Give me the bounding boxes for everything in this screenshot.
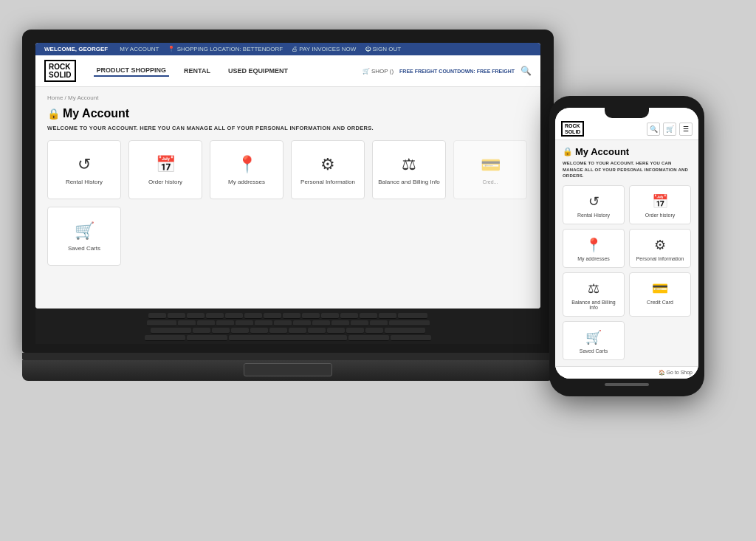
- key: [148, 313, 166, 319]
- sign-out-link[interactable]: ⏻ SIGN OUT: [365, 46, 401, 52]
- phone-tile-personal-info[interactable]: ⚙ Personal Information: [629, 229, 691, 268]
- order-history-icon: 📅: [156, 155, 176, 174]
- phone-tile-saved-carts[interactable]: 🛒 Saved Carts: [563, 321, 625, 360]
- saved-carts-icon: 🛒: [75, 221, 94, 241]
- cart-link[interactable]: 🛒 SHOP (): [362, 68, 394, 75]
- key: [365, 328, 383, 334]
- tile-personal-info[interactable]: ⚙ Personal Information: [291, 140, 365, 199]
- phone-go-to-shop-link[interactable]: 🏠 Go to Shop: [659, 370, 693, 375]
- nav-right: 🛒 SHOP () FREE FREIGHT COUNTDOWN: FREE F…: [362, 66, 532, 76]
- laptop-hinge: [22, 353, 554, 360]
- shopping-location-link: 📍 SHOPPING LOCATION: BETTENDORF: [168, 46, 283, 52]
- key: [302, 313, 320, 319]
- phone-bezel: ROCK SOLID 🔍 🛒 ☰ 🔒 My Account WE: [549, 96, 704, 396]
- key: [379, 313, 396, 319]
- nav-rental[interactable]: RENTAL: [181, 66, 213, 76]
- key: [308, 328, 326, 334]
- tile-saved-carts[interactable]: 🛒 Saved Carts: [47, 207, 121, 266]
- pay-invoices-link[interactable]: 🖨 PAY INVOICES NOW: [292, 46, 356, 52]
- key: [385, 328, 425, 334]
- phone-account-grid: ↺ Rental History 📅 Order history 📍 My ad…: [563, 185, 691, 360]
- phone-search-icon[interactable]: 🔍: [647, 123, 660, 136]
- laptop-screen: WELCOME, GEORGEF MY ACCOUNT 📍 SHOPPING L…: [35, 43, 540, 309]
- tile-credit-card[interactable]: 💳 Cred...: [453, 140, 527, 199]
- phone-content: 🔒 My Account WELCOME TO YOUR ACCOUNT. HE…: [555, 140, 698, 365]
- phone-tile-rental-history[interactable]: ↺ Rental History: [563, 185, 625, 224]
- key: [229, 335, 347, 341]
- nav-product-shopping[interactable]: PRODUCT SHOPPING: [94, 65, 170, 77]
- phone-logo: ROCK SOLID: [561, 121, 584, 137]
- tile-balance-billing[interactable]: ⚖ Balance and Billing Info: [372, 140, 446, 199]
- phone-rental-history-icon: ↺: [588, 193, 599, 210]
- phone-tile-saved-carts-label: Saved Carts: [580, 348, 608, 354]
- phone-credit-card-icon: 💳: [652, 280, 668, 297]
- nav-used-equipment[interactable]: USED EQUIPMENT: [225, 66, 291, 76]
- laptop-base: [22, 360, 554, 381]
- phone-tile-rental-history-label: Rental History: [577, 213, 610, 218]
- laptop-site-content: Home / My Account 🔒 My Account WELCOME T…: [35, 87, 540, 309]
- lock-icon: 🔒: [47, 108, 60, 120]
- phone-cart-icon[interactable]: 🛒: [663, 123, 676, 136]
- key: [327, 328, 345, 334]
- key: [244, 313, 262, 319]
- key: [360, 313, 377, 319]
- tile-saved-carts-label: Saved Carts: [68, 245, 100, 252]
- key: [321, 313, 339, 319]
- site-nav: ROCK SOLID PRODUCT SHOPPING RENTAL USED …: [35, 55, 540, 87]
- phone-menu-icon[interactable]: ☰: [679, 123, 693, 136]
- key: [348, 335, 389, 341]
- phone-balance-billing-icon: ⚖: [588, 280, 599, 297]
- phone-nav-icons: 🔍 🛒 ☰: [647, 123, 693, 136]
- laptop-device: WELCOME, GEORGEF MY ACCOUNT 📍 SHOPPING L…: [22, 30, 554, 381]
- phone-tile-my-addresses[interactable]: 📍 My addresses: [563, 229, 625, 268]
- key: [370, 320, 388, 326]
- page-title: 🔒 My Account: [47, 107, 529, 120]
- phone-tile-credit-card-label: Credit Card: [647, 300, 673, 305]
- laptop-trackpad[interactable]: [244, 363, 332, 376]
- account-tiles-row2: 🛒 Saved Carts: [47, 207, 529, 266]
- phone-footer: 🏠 Go to Shop: [555, 366, 698, 379]
- tile-my-addresses-label: My addresses: [228, 179, 265, 185]
- tile-order-history-label: Order history: [148, 179, 182, 185]
- key: [346, 328, 364, 334]
- key: [264, 313, 281, 319]
- phone-device: ROCK SOLID 🔍 🛒 ☰ 🔒 My Account WE: [549, 96, 704, 396]
- key: [197, 320, 215, 326]
- key: [178, 320, 196, 326]
- tile-rental-history-label: Rental History: [66, 179, 103, 185]
- phone-subtitle: WELCOME TO YOUR ACCOUNT. HERE YOU CAN MA…: [563, 160, 691, 179]
- tile-rental-history[interactable]: ↺ Rental History: [47, 140, 121, 199]
- key: [289, 328, 306, 334]
- phone-tile-order-history[interactable]: 📅 Order history: [629, 185, 691, 224]
- tile-my-addresses[interactable]: 📍 My addresses: [210, 140, 284, 199]
- tile-balance-billing-label: Balance and Billing Info: [378, 179, 440, 185]
- phone-tile-credit-card[interactable]: 💳 Credit Card: [629, 272, 691, 317]
- key: [269, 328, 287, 334]
- my-addresses-icon: 📍: [237, 155, 257, 174]
- key: [236, 320, 253, 326]
- key: [187, 313, 205, 319]
- key: [312, 320, 330, 326]
- site-top-bar: WELCOME, GEORGEF MY ACCOUNT 📍 SHOPPING L…: [35, 43, 540, 55]
- phone-my-addresses-icon: 📍: [585, 237, 602, 253]
- key: [231, 328, 249, 334]
- balance-billing-icon: ⚖: [402, 155, 416, 174]
- key: [212, 328, 230, 334]
- phone-tile-balance-billing[interactable]: ⚖ Balance and Billing Info: [563, 272, 625, 317]
- credit-card-icon: 💳: [481, 156, 501, 175]
- phone-lock-icon: 🔒: [563, 147, 573, 156]
- search-icon[interactable]: 🔍: [520, 66, 532, 76]
- key: [250, 328, 268, 334]
- phone-screen: ROCK SOLID 🔍 🛒 ☰ 🔒 My Account WE: [555, 108, 698, 379]
- key: [283, 313, 300, 319]
- phone-tile-balance-billing-label: Balance and Billing Info: [568, 300, 619, 310]
- tile-order-history[interactable]: 📅 Order history: [128, 140, 202, 199]
- page-subtitle: WELCOME TO YOUR ACCOUNT. HERE YOU CAN MA…: [47, 125, 529, 131]
- key: [340, 313, 358, 319]
- key: [168, 313, 185, 319]
- key: [351, 320, 368, 326]
- welcome-text: WELCOME, GEORGEF: [44, 46, 108, 52]
- my-account-link[interactable]: MY ACCOUNT: [120, 46, 159, 52]
- key: [206, 313, 224, 319]
- key: [331, 320, 349, 326]
